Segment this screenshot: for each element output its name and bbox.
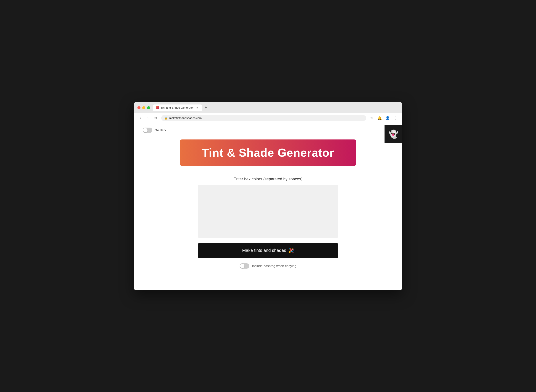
bookmark-button[interactable]: ☆ xyxy=(369,115,375,121)
tab-bar: Tint and Shade Generator × + xyxy=(153,104,209,111)
hashtag-label: Include hashtag when copying xyxy=(252,264,296,268)
tab-close-button[interactable]: × xyxy=(195,106,199,110)
lock-icon: 🔒 xyxy=(164,117,167,120)
hashtag-toggle[interactable] xyxy=(240,263,249,269)
tab-label: Tint and Shade Generator xyxy=(161,106,194,109)
make-button[interactable]: Make tints and shades 🎉 xyxy=(198,243,338,258)
page-content: 👻 Go dark Tint & Shade Generator Enter h… xyxy=(134,123,402,290)
hex-input[interactable] xyxy=(198,185,338,238)
back-button[interactable]: ‹ xyxy=(137,115,143,121)
nav-buttons: ‹ › ↻ xyxy=(137,115,158,121)
new-tab-button[interactable]: + xyxy=(203,104,209,111)
make-button-label: Make tints and shades xyxy=(242,248,286,253)
dark-mode-toggle[interactable] xyxy=(143,128,152,133)
menu-button[interactable]: ⋮ xyxy=(393,115,399,121)
input-label: Enter hex colors (separated by spaces) xyxy=(198,177,338,182)
address-bar: ‹ › ↻ 🔒 maketintsandshades.com ☆ 🔔 👤 ⋮ xyxy=(134,113,402,123)
tab-favicon xyxy=(156,106,159,109)
close-button[interactable] xyxy=(137,106,140,109)
hashtag-toggle-row: Include hashtag when copying xyxy=(198,263,338,269)
title-bar: Tint and Shade Generator × + xyxy=(134,102,402,113)
active-tab[interactable]: Tint and Shade Generator × xyxy=(153,104,202,111)
toolbar-actions: ☆ 🔔 👤 ⋮ xyxy=(369,115,399,121)
mascot-badge: 👻 xyxy=(384,125,402,143)
hero-title: Tint & Shade Generator xyxy=(189,146,347,159)
form-area: Enter hex colors (separated by spaces) M… xyxy=(198,177,338,269)
url-text: maketintsandshades.com xyxy=(169,116,363,120)
maximize-button[interactable] xyxy=(147,106,150,109)
forward-button[interactable]: › xyxy=(145,115,151,121)
dark-mode-label: Go dark xyxy=(155,128,166,132)
minimize-button[interactable] xyxy=(142,106,145,109)
dark-mode-toggle-row: Go dark xyxy=(143,128,393,133)
button-emoji: 🎉 xyxy=(288,248,294,253)
browser-window: Tint and Shade Generator × + ‹ › ↻ 🔒 mak… xyxy=(134,102,402,290)
mascot-emoji: 👻 xyxy=(388,130,398,139)
window-controls xyxy=(137,106,150,109)
reload-button[interactable]: ↻ xyxy=(152,115,158,121)
extensions-button[interactable]: 🔔 xyxy=(377,115,383,121)
hero-banner: Tint & Shade Generator xyxy=(180,140,356,166)
url-bar[interactable]: 🔒 maketintsandshades.com xyxy=(161,115,366,121)
profile-button[interactable]: 👤 xyxy=(384,115,391,121)
